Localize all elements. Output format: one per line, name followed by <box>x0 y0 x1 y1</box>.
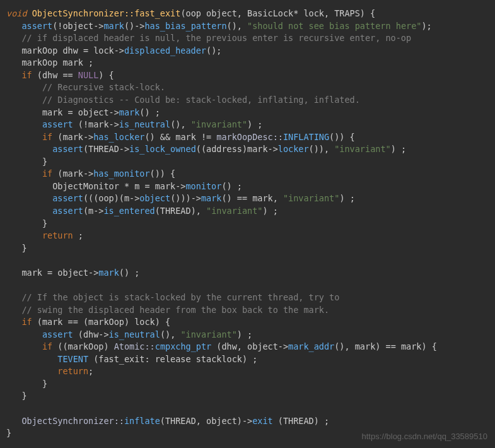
comment: // Diagnostics -- Could be: stack-locked… <box>42 95 360 105</box>
comment: // Recursive stack-lock. <box>42 82 165 92</box>
decl: markOop dhw = lock-> <box>21 45 124 56</box>
watermark: https://blog.csdn.net/qq_33589510 <box>362 431 488 443</box>
sig: (oop object, BasicLock* lock, TRAPS) { <box>180 8 375 18</box>
comment: // if displaced header is null, the prev… <box>21 33 411 43</box>
code-block: void ObjectSynchronizer::fast_exit(oop o… <box>6 8 489 440</box>
comment: // If the object is stack-locked by the … <box>21 292 339 302</box>
fn-decl: ObjectSynchronizer::fast_exit <box>32 8 181 18</box>
decl: markOop mark ; <box>21 57 93 68</box>
kw-if: if <box>21 70 32 80</box>
assert-call: assert <box>21 21 52 31</box>
comment: // swing the displaced header from the b… <box>21 305 329 315</box>
keyword-void: void <box>6 8 27 18</box>
